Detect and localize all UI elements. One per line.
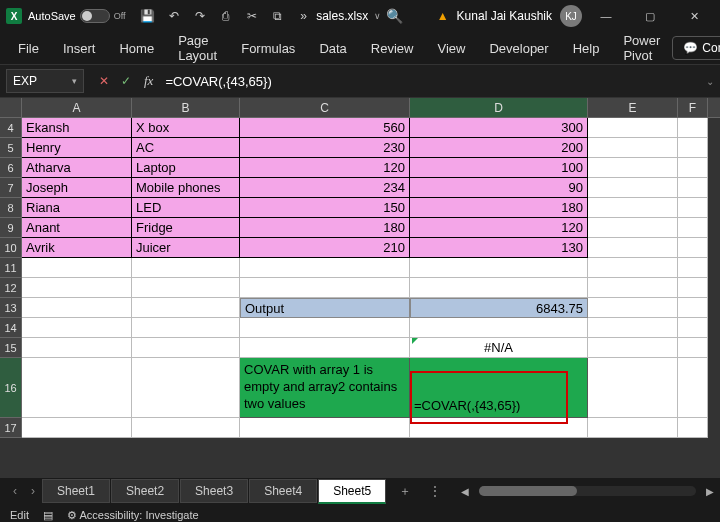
row-header[interactable]: 17	[0, 418, 22, 438]
cell[interactable]	[678, 198, 708, 218]
cell[interactable]	[678, 318, 708, 338]
cell[interactable]	[22, 418, 132, 438]
cell[interactable]	[240, 258, 410, 278]
cancel-formula-icon[interactable]: ✕	[94, 71, 114, 91]
cell[interactable]	[588, 418, 678, 438]
cell[interactable]	[132, 358, 240, 418]
sheet-tab[interactable]: Sheet2	[111, 479, 179, 503]
formula-input[interactable]	[165, 74, 700, 89]
tab-home[interactable]: Home	[107, 35, 166, 62]
cell[interactable]	[678, 418, 708, 438]
row-header[interactable]: 9	[0, 218, 22, 238]
toggle-pill-icon[interactable]	[80, 9, 110, 23]
cell[interactable]: 560	[240, 118, 410, 138]
cell[interactable]	[132, 338, 240, 358]
cell[interactable]: 90	[410, 178, 588, 198]
row-header[interactable]: 11	[0, 258, 22, 278]
redo-icon[interactable]: ↷	[192, 8, 208, 24]
select-all-corner[interactable]	[0, 98, 22, 117]
cell[interactable]	[588, 138, 678, 158]
cell[interactable]: 210	[240, 238, 410, 258]
print-icon[interactable]: ⎙	[218, 8, 234, 24]
cell[interactable]	[22, 298, 132, 318]
cell[interactable]: Joseph	[22, 178, 132, 198]
cell[interactable]: 200	[410, 138, 588, 158]
cell[interactable]	[588, 258, 678, 278]
row-header[interactable]: 10	[0, 238, 22, 258]
cell-covar-desc[interactable]: COVAR with array 1 is empty and array2 c…	[240, 358, 410, 418]
cell[interactable]: 180	[410, 198, 588, 218]
confirm-formula-icon[interactable]: ✓	[116, 71, 136, 91]
cell[interactable]	[588, 198, 678, 218]
cell[interactable]	[678, 258, 708, 278]
copy-icon[interactable]: ⧉	[270, 8, 286, 24]
cell[interactable]	[22, 358, 132, 418]
cell[interactable]	[588, 278, 678, 298]
cut-icon[interactable]: ✂	[244, 8, 260, 24]
undo-icon[interactable]: ↶	[166, 8, 182, 24]
save-icon[interactable]: 💾	[140, 8, 156, 24]
cell[interactable]: 100	[410, 158, 588, 178]
cell[interactable]: Atharva	[22, 158, 132, 178]
col-header-D[interactable]: D	[410, 98, 588, 117]
cell[interactable]	[22, 318, 132, 338]
tab-file[interactable]: File	[6, 35, 51, 62]
cell[interactable]	[588, 338, 678, 358]
cell[interactable]	[410, 418, 588, 438]
cell[interactable]	[410, 318, 588, 338]
cell[interactable]	[410, 258, 588, 278]
tab-formulas[interactable]: Formulas	[229, 35, 307, 62]
cell[interactable]: 120	[240, 158, 410, 178]
cell[interactable]: 300	[410, 118, 588, 138]
cell[interactable]: Juicer	[132, 238, 240, 258]
row-header[interactable]: 8	[0, 198, 22, 218]
filename[interactable]: sales.xlsx	[316, 9, 368, 23]
cell[interactable]	[588, 298, 678, 318]
cell-covar-formula[interactable]: =COVAR(,{43,65})	[410, 358, 588, 418]
tab-page-layout[interactable]: Page Layout	[166, 27, 229, 69]
sheet-tab[interactable]: Sheet4	[249, 479, 317, 503]
cell[interactable]	[588, 158, 678, 178]
tab-view[interactable]: View	[425, 35, 477, 62]
cell[interactable]	[678, 118, 708, 138]
cell[interactable]	[588, 178, 678, 198]
cell[interactable]	[678, 138, 708, 158]
sheet-menu-icon[interactable]: ⋮	[423, 484, 447, 498]
cell[interactable]	[588, 118, 678, 138]
cell[interactable]	[678, 278, 708, 298]
cell[interactable]	[240, 418, 410, 438]
col-header-E[interactable]: E	[588, 98, 678, 117]
row-header[interactable]: 14	[0, 318, 22, 338]
row-header[interactable]: 5	[0, 138, 22, 158]
name-box[interactable]: EXP ▾	[6, 69, 84, 93]
cell[interactable]: Fridge	[132, 218, 240, 238]
cell[interactable]	[678, 158, 708, 178]
cell[interactable]: LED	[132, 198, 240, 218]
scroll-left-icon[interactable]: ◀	[461, 486, 469, 497]
cell[interactable]: X box	[132, 118, 240, 138]
accessibility-status[interactable]: ⚙ Accessibility: Investigate	[67, 509, 199, 522]
cell[interactable]	[588, 318, 678, 338]
more-icon[interactable]: »	[296, 8, 312, 24]
cell[interactable]	[588, 218, 678, 238]
cell[interactable]	[132, 258, 240, 278]
stats-icon[interactable]: ▤	[43, 509, 53, 522]
cell-na[interactable]: #N/A	[410, 338, 588, 358]
col-header-A[interactable]: A	[22, 98, 132, 117]
horizontal-scrollbar[interactable]: ◀ ▶	[461, 486, 714, 497]
search-icon[interactable]: 🔍	[386, 8, 403, 24]
cell[interactable]: Avrik	[22, 238, 132, 258]
sheet-tab[interactable]: Sheet3	[180, 479, 248, 503]
close-button[interactable]: ✕	[674, 0, 714, 32]
cell[interactable]	[588, 358, 678, 418]
sheet-tab-active[interactable]: Sheet5	[318, 479, 386, 504]
row-header[interactable]: 15	[0, 338, 22, 358]
cell[interactable]	[132, 278, 240, 298]
tab-help[interactable]: Help	[561, 35, 612, 62]
fx-icon[interactable]: fx	[144, 73, 153, 89]
cell[interactable]	[240, 318, 410, 338]
cell[interactable]: 180	[240, 218, 410, 238]
cell[interactable]	[678, 178, 708, 198]
cell[interactable]: 130	[410, 238, 588, 258]
cell[interactable]	[678, 298, 708, 318]
